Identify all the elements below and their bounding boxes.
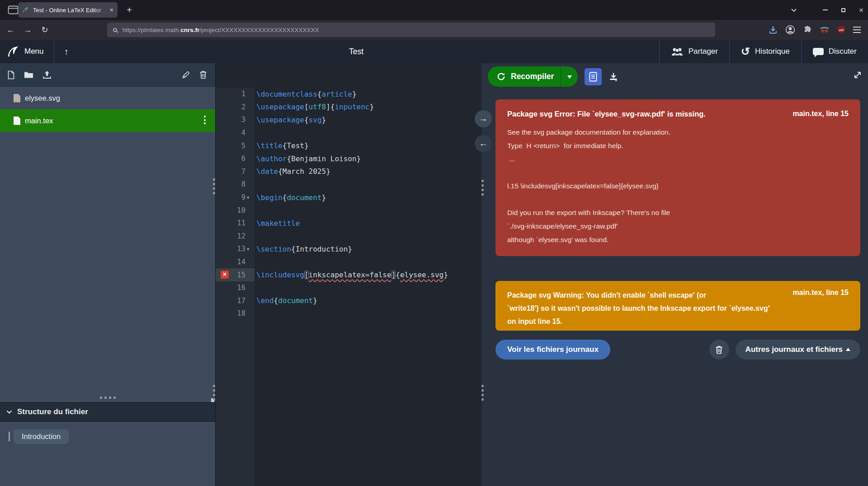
- code-line[interactable]: 2\usepackage[utf8]{inputenc}: [216, 101, 481, 114]
- code-lines: 1\documentclass{article}2\usepackage[utf…: [216, 88, 481, 320]
- fold-arrow-icon[interactable]: ▾: [245, 195, 255, 201]
- code-line[interactable]: 10: [216, 204, 481, 217]
- code-line[interactable]: 7\date{March 2025}: [216, 165, 481, 178]
- code-line[interactable]: 17\end{document}: [216, 294, 481, 308]
- right-divider-drag-handle[interactable]: [481, 180, 484, 196]
- code-text: \includesvg[inkscapelatex=false]{elysee.…: [255, 271, 448, 279]
- new-tab-button[interactable]: +: [123, 4, 136, 16]
- code-line[interactable]: 12: [216, 230, 481, 243]
- view-log-files-button[interactable]: Voir les fichiers journaux: [495, 340, 610, 360]
- gutter: 8: [216, 178, 255, 191]
- extensions-puzzle-icon[interactable]: [803, 25, 812, 34]
- code-text: \documentclass{article}: [255, 90, 357, 98]
- line-number: 8: [216, 180, 245, 188]
- code-line[interactable]: 11\maketitle: [216, 217, 481, 230]
- expand-fullscreen-icon[interactable]: [853, 70, 863, 80]
- code-line[interactable]: 18: [216, 307, 481, 320]
- code-editor[interactable]: 1\documentclass{article}2\usepackage[utf…: [216, 63, 481, 486]
- upload-icon[interactable]: [42, 70, 52, 79]
- switch-to-pdf-arrow-button[interactable]: →: [475, 110, 492, 127]
- code-text: \title{Test}: [255, 141, 309, 150]
- tab-list-chevron-icon[interactable]: [791, 8, 797, 12]
- error-location-link[interactable]: main.tex, line 15: [793, 110, 849, 118]
- code-line[interactable]: 13▾\section{Introduction}: [216, 243, 481, 256]
- file-list: elysee.svgmain.tex: [0, 87, 215, 132]
- code-line[interactable]: ×15\includesvg[inkscapelatex=false]{elys…: [216, 268, 481, 281]
- left-divider-drag-handle-bottom[interactable]: [213, 385, 215, 401]
- new-file-icon[interactable]: [7, 70, 15, 79]
- file-menu-kebab-icon[interactable]: [204, 116, 206, 124]
- code-text: \date{March 2025}: [255, 167, 330, 176]
- new-folder-icon[interactable]: [24, 71, 33, 79]
- chevron-down-icon: [6, 410, 12, 414]
- history-icon: ↺: [741, 46, 750, 57]
- project-title: Test: [349, 40, 363, 63]
- view-logs-toggle-button[interactable]: [585, 68, 602, 85]
- code-text: \begin{document}: [255, 193, 326, 202]
- share-label: Partager: [689, 47, 718, 56]
- menu-hamburger-icon[interactable]: [853, 27, 861, 33]
- fold-arrow-icon[interactable]: ▾: [245, 246, 255, 252]
- window-close-button[interactable]: ×: [859, 6, 863, 14]
- recompile-button[interactable]: Recompiler: [488, 66, 578, 87]
- code-text: \section{Introduction}: [255, 245, 352, 253]
- code-line[interactable]: 9▾\begin{document}: [216, 191, 481, 204]
- code-text: \author{Benjamin Loison}: [255, 154, 361, 163]
- code-line[interactable]: 16: [216, 281, 481, 294]
- error-marker-icon[interactable]: ×: [221, 271, 229, 279]
- code-line[interactable]: 3\usepackage{svg}: [216, 113, 481, 126]
- chat-button[interactable]: Discuter: [801, 40, 868, 63]
- reload-button[interactable]: ↻: [38, 25, 52, 35]
- code-text: \end{document}: [255, 296, 317, 305]
- left-divider-drag-handle[interactable]: [213, 178, 215, 194]
- right-divider-drag-handle-bottom[interactable]: [481, 385, 484, 401]
- maximize-button[interactable]: [841, 8, 845, 12]
- line-number: 14: [216, 258, 245, 266]
- back-to-projects-button[interactable]: ↑: [64, 47, 69, 57]
- clear-cache-trash-button[interactable]: [709, 340, 729, 360]
- warning-log-entry: main.tex, line 15 Package svg Warning: Y…: [495, 281, 860, 331]
- ublock-shield-icon[interactable]: uO: [837, 26, 845, 34]
- url-text: https://plmlatex.math.cnrs.fr/project/XX…: [123, 27, 319, 33]
- gutter: 14: [216, 256, 255, 269]
- rename-pencil-icon[interactable]: [182, 70, 190, 79]
- code-line[interactable]: 1\documentclass{article}: [216, 88, 481, 101]
- share-button[interactable]: Partager: [659, 40, 729, 63]
- delete-trash-icon[interactable]: [199, 70, 207, 79]
- line-number: 5: [216, 142, 245, 150]
- account-icon[interactable]: [785, 25, 795, 35]
- warning-location-link[interactable]: main.tex, line 15: [793, 289, 849, 297]
- outline-header[interactable]: Structure du fichier: [0, 401, 215, 423]
- download-pdf-icon[interactable]: [609, 72, 618, 82]
- url-path: /project/XXXXXXXXXXXXXXXXXXXXXXXX: [199, 27, 319, 33]
- tab-close-icon[interactable]: ×: [110, 6, 113, 14]
- recompile-dropdown-caret[interactable]: [561, 66, 578, 87]
- code-line[interactable]: 5\title{Test}: [216, 139, 481, 152]
- menu-button[interactable]: Menu: [24, 47, 44, 56]
- other-logs-label: Autres journaux et fichiers: [745, 345, 843, 354]
- gutter: ×15: [216, 268, 255, 281]
- history-button[interactable]: ↺ Historique: [729, 40, 801, 63]
- other-logs-button[interactable]: Autres journaux et fichiers: [736, 340, 860, 360]
- file-item[interactable]: main.tex: [0, 109, 215, 132]
- code-line[interactable]: 6\author{Benjamin Loison}: [216, 152, 481, 165]
- file-tree-panel: elysee.svgmain.tex Structure du fichier …: [0, 63, 216, 486]
- switch-to-editor-arrow-button[interactable]: ←: [475, 135, 492, 152]
- goggles-extension-icon[interactable]: [820, 27, 830, 33]
- forward-button[interactable]: →: [21, 25, 34, 35]
- outline-item[interactable]: Introduction: [14, 429, 69, 444]
- minimize-button[interactable]: [823, 9, 828, 10]
- file-item[interactable]: elysee.svg: [0, 87, 215, 109]
- gutter: 12: [216, 230, 255, 243]
- firefox-view-icon[interactable]: [7, 5, 19, 15]
- downloads-icon[interactable]: [769, 25, 778, 34]
- back-button[interactable]: ←: [4, 25, 17, 35]
- code-line[interactable]: 14: [216, 256, 481, 269]
- code-line[interactable]: 8: [216, 178, 481, 191]
- code-line[interactable]: 4: [216, 126, 481, 140]
- line-number: 18: [216, 309, 245, 318]
- browser-tab[interactable]: Test - Online LaTeX Editor ×: [18, 2, 118, 18]
- outline-resize-handle[interactable]: [0, 394, 215, 401]
- url-bar[interactable]: https://plmlatex.math.cnrs.fr/project/XX…: [107, 23, 715, 37]
- refresh-icon: [496, 72, 506, 81]
